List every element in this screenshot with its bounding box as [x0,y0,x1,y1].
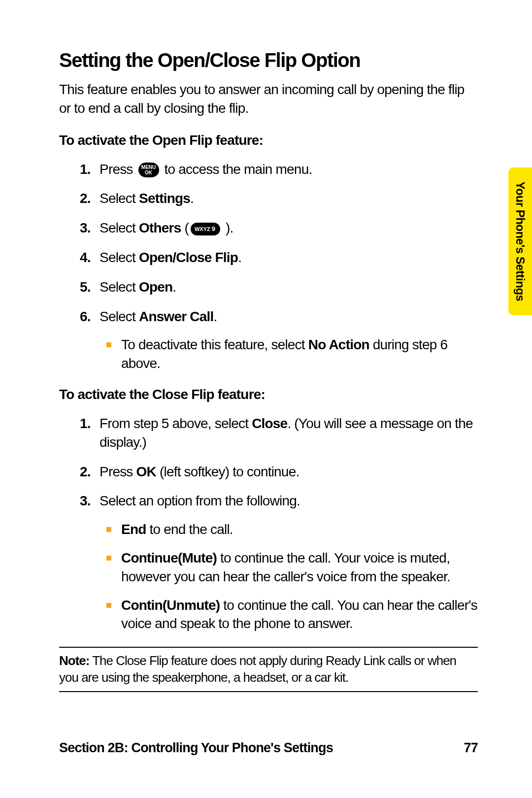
close-flip-steps: 1. From step 5 above, select Close. (You… [80,414,478,633]
step-text: From step 5 above, select [100,416,252,431]
intro-text: This feature enables you to answer an in… [59,80,478,118]
bold-term: No Action [308,337,369,352]
step-number: 1. [80,160,91,179]
menu-ok-icon: MENU OK [138,163,159,177]
bold-term: Contin(Unmute) [121,598,220,613]
bold-term: Close [252,416,287,431]
step-item: 2. Press OK (left softkey) to continue. [80,463,478,481]
step-item: 5. Select Open. [80,278,478,297]
sub-bullets: To deactivate this feature, select No Ac… [121,335,478,373]
bullet-item: End to end the call. [121,520,478,539]
key-wxyz-label: WXYZ [195,226,210,233]
step-text: Select [100,279,139,295]
step-text: Select [100,250,139,265]
step-text: . [172,279,176,295]
bullet-text: To deactivate this feature, select [121,337,308,352]
bold-term: Others [139,220,181,235]
sub-bullets: End to end the call. Continue(Mute) to c… [121,520,478,633]
manual-page: Setting the Open/Close Flip Option This … [0,0,532,798]
subheading-close: To activate the Close Flip feature: [59,387,478,402]
side-tab: Your Phone's Settings [508,167,532,315]
step-number: 3. [80,219,91,237]
bold-term: Open/Close Flip [139,250,238,265]
page-footer: Section 2B: Controlling Your Phone's Set… [59,740,478,756]
step-item: 6. Select Answer Call. To deactivate thi… [80,307,478,373]
step-item: 2. Select Settings. [80,189,478,208]
step-item: 1. From step 5 above, select Close. (You… [80,414,478,452]
bold-term: Settings [139,191,190,206]
step-text: . [213,309,217,324]
bold-term: OK [136,464,156,479]
open-flip-steps: 1. Press MENU OK to access the main menu… [80,160,478,373]
step-text: . [190,191,194,206]
note-separator-bottom [59,691,478,692]
key-9-label: 9 [212,225,215,233]
bullet-item: To deactivate this feature, select No Ac… [121,335,478,373]
step-number: 4. [80,248,91,267]
step-text: ( [181,220,189,235]
note-text: Note: The Close Flip feature does not ap… [59,653,478,686]
bold-term: Open [139,279,172,295]
footer-page-number: 77 [464,740,478,756]
bullet-text: to end the call. [146,522,233,537]
menu-ok-icon-label: MENU OK [138,165,159,175]
step-text: (left softkey) to continue. [156,464,299,479]
bullet-item: Contin(Unmute) to continue the call. You… [121,596,478,633]
step-text: Select [100,309,139,324]
footer-section-label: Section 2B: Controlling Your Phone's Set… [59,740,333,756]
note-separator-top [59,647,478,648]
side-tab-label: Your Phone's Settings [513,182,527,301]
step-number: 3. [80,492,91,510]
note-body: The Close Flip feature does not apply du… [59,653,456,685]
step-text: Select [100,220,139,235]
step-item: 3. Select an option from the following. … [80,492,478,633]
step-item: 4. Select Open/Close Flip. [80,248,478,267]
step-item: 1. Press MENU OK to access the main menu… [80,160,478,179]
step-item: 3. Select Others (WXYZ9 ). [80,219,478,237]
subheading-open: To activate the Open Flip feature: [59,133,478,148]
bold-term: End [121,522,146,537]
bullet-item: Continue(Mute) to continue the call. You… [121,549,478,586]
note-label: Note: [59,653,89,668]
step-text: Select an option from the following. [100,493,300,508]
step-text: Press [100,464,136,479]
step-number: 2. [80,189,91,208]
step-number: 6. [80,307,91,326]
step-text: Press [100,162,136,177]
key-9-icon: WXYZ9 [191,223,220,235]
page-heading: Setting the Open/Close Flip Option [59,49,478,71]
step-text: to access the main menu. [161,162,312,177]
bold-term: Answer Call [139,309,213,324]
step-text: Select [100,191,139,206]
step-number: 1. [80,414,91,433]
step-text: ). [222,220,233,235]
step-number: 2. [80,463,91,481]
step-number: 5. [80,278,91,297]
step-text: . [238,250,241,265]
bold-term: Continue(Mute) [121,550,217,565]
